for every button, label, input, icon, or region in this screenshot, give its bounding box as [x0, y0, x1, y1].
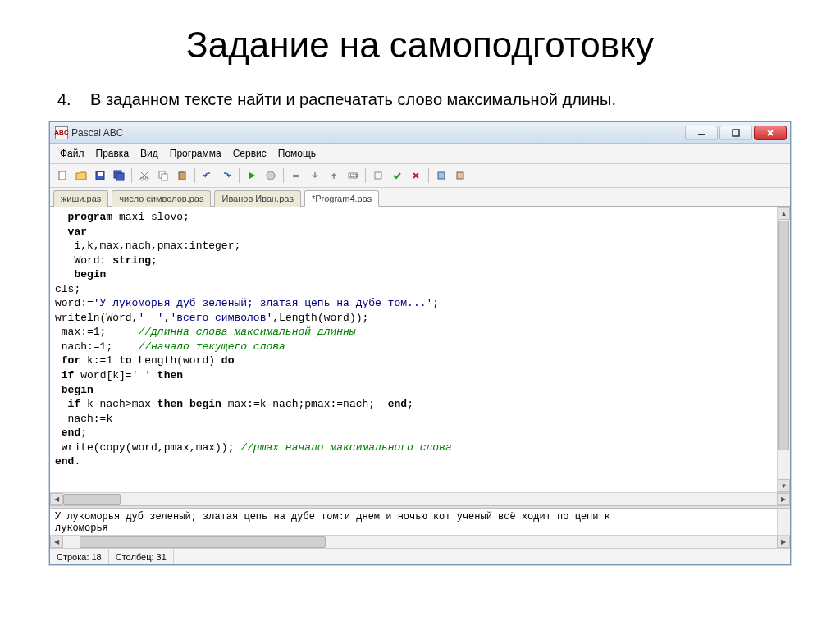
menu-program[interactable]: Программа	[165, 146, 226, 161]
step-out-icon[interactable]	[325, 167, 343, 185]
status-line: Строка: 18	[50, 549, 109, 564]
svg-rect-8	[116, 173, 124, 180]
scroll-thumb-h[interactable]	[63, 494, 121, 505]
svg-rect-6	[98, 172, 103, 176]
scroll-right-icon[interactable]: ▶	[777, 536, 790, 548]
copy-icon[interactable]	[154, 167, 172, 185]
task-number: 4.	[57, 90, 90, 109]
menu-edit[interactable]: Правка	[91, 146, 135, 161]
separator	[194, 168, 195, 183]
separator	[283, 168, 284, 183]
horizontal-scrollbar[interactable]: ◀ ▶	[50, 492, 790, 505]
app-window: ABC Pascal ABC Файл Правка Вид Программа…	[49, 121, 791, 565]
svg-rect-4	[59, 171, 66, 180]
svg-rect-26	[457, 172, 463, 179]
close-button[interactable]	[754, 126, 787, 140]
tool-icon-2[interactable]	[451, 167, 469, 185]
cancel-icon[interactable]	[407, 167, 425, 185]
task-description: 4. В заданном тексте найти и распечатать…	[41, 90, 799, 109]
step-over-icon[interactable]	[287, 167, 305, 185]
menubar: Файл Правка Вид Программа Сервис Помощь	[50, 144, 790, 164]
tab-4[interactable]: *Program4.pas	[304, 190, 379, 207]
new-file-icon[interactable]	[53, 167, 71, 185]
cut-icon[interactable]	[135, 167, 153, 185]
scroll-thumb[interactable]	[778, 221, 789, 450]
svg-marker-17	[249, 172, 255, 179]
svg-point-18	[267, 171, 275, 180]
output-hscrollbar[interactable]: ◀ ▶	[50, 535, 790, 548]
undo-icon[interactable]	[199, 167, 217, 185]
svg-rect-14	[162, 174, 167, 180]
check-icon[interactable]	[388, 167, 406, 185]
step-into-icon[interactable]	[306, 167, 324, 185]
menu-help[interactable]: Помощь	[273, 146, 321, 161]
maximize-button[interactable]	[719, 126, 752, 140]
svg-rect-15	[179, 172, 185, 180]
tabbar: жиши.pas число символов.pas Иванов Иван.…	[50, 188, 790, 207]
output-vscroll[interactable]	[777, 509, 790, 535]
output-panel[interactable]: У лукоморья дуб зеленый; златая цепь на …	[50, 509, 790, 535]
scroll-left-icon[interactable]: ◀	[50, 493, 63, 505]
redo-icon[interactable]	[217, 167, 235, 185]
watch-icon[interactable]: 123	[344, 167, 362, 185]
menu-view[interactable]: Вид	[135, 146, 163, 161]
status-spacer	[174, 549, 790, 564]
tab-2[interactable]: число символов.pas	[112, 190, 211, 207]
svg-rect-1	[733, 130, 739, 136]
statusbar: Строка: 18 Столбец: 31	[50, 548, 790, 564]
stop-icon[interactable]	[262, 167, 280, 185]
app-title: Pascal ABC	[71, 127, 123, 139]
svg-rect-16	[180, 171, 184, 173]
editor-area: program maxi_slovo; var i,k,max,nach,pma…	[50, 207, 790, 492]
toolbar: 123	[50, 164, 790, 188]
save-icon[interactable]	[91, 167, 109, 185]
svg-rect-25	[438, 172, 445, 179]
task-text: В заданном тексте найти и распечатать сл…	[90, 90, 616, 109]
separator	[239, 168, 240, 183]
menu-file[interactable]: Файл	[55, 146, 89, 161]
compile-icon[interactable]	[369, 167, 387, 185]
vertical-scrollbar[interactable]: ▲ ▼	[777, 207, 790, 492]
scroll-thumb-h[interactable]	[80, 536, 326, 548]
slide-title: Задание на самоподготовку	[41, 25, 799, 66]
paste-icon[interactable]	[173, 167, 191, 185]
scroll-down-icon[interactable]: ▼	[778, 479, 790, 492]
open-file-icon[interactable]	[72, 167, 90, 185]
code-editor[interactable]: program maxi_slovo; var i,k,max,nach,pma…	[50, 207, 790, 492]
svg-rect-22	[375, 172, 381, 179]
run-icon[interactable]	[243, 167, 261, 185]
app-icon: ABC	[55, 126, 68, 139]
minimize-button[interactable]	[685, 126, 718, 140]
menu-service[interactable]: Сервис	[228, 146, 272, 161]
svg-text:123: 123	[349, 173, 358, 178]
scroll-left-icon[interactable]: ◀	[50, 536, 63, 548]
separator	[365, 168, 366, 183]
save-all-icon[interactable]	[110, 167, 128, 185]
tab-3[interactable]: Иванов Иван.pas	[214, 190, 300, 207]
separator	[428, 168, 429, 183]
scroll-up-icon[interactable]: ▲	[778, 207, 790, 220]
scroll-right-icon[interactable]: ▶	[777, 493, 790, 505]
tool-icon-1[interactable]	[432, 167, 450, 185]
separator	[131, 168, 132, 183]
tab-1[interactable]: жиши.pas	[53, 190, 108, 207]
svg-rect-19	[293, 175, 299, 177]
status-column: Столбец: 31	[109, 549, 174, 564]
titlebar: ABC Pascal ABC	[50, 122, 790, 144]
